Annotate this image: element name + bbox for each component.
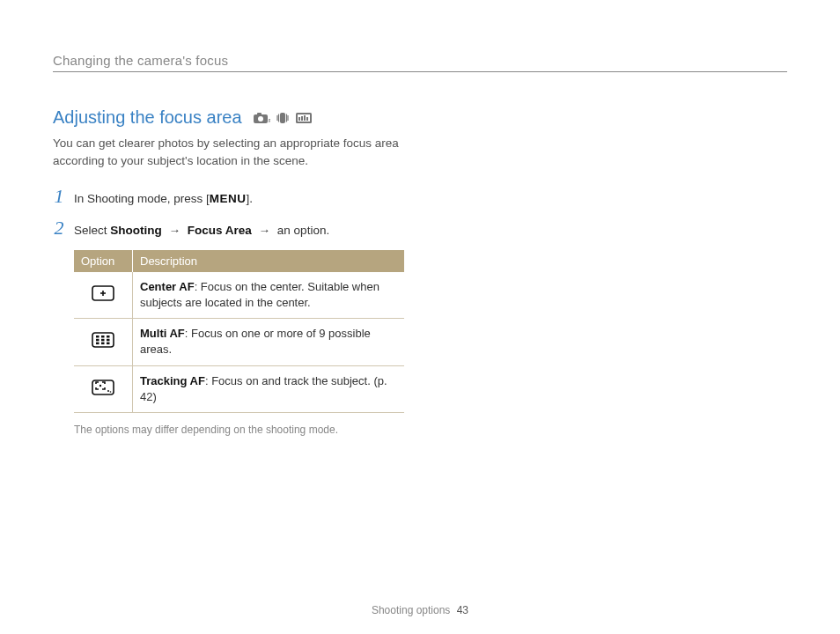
option-desc-cell: Tracking AF: Focus on and track the subj… (133, 365, 405, 412)
table-row: Tracking AF: Focus on and track the subj… (74, 365, 404, 412)
center-af-icon (91, 284, 115, 302)
dual-is-icon (276, 111, 290, 125)
step-2-number: 2 (53, 218, 65, 238)
svg-rect-17 (107, 335, 110, 338)
table-row: Center AF: Focus on the center. Suitable… (74, 272, 404, 319)
option-icon-cell (74, 365, 133, 412)
camera-p-icon: P (253, 112, 270, 124)
svg-text:P: P (269, 118, 270, 123)
svg-rect-20 (107, 339, 110, 342)
table-row: Multi AF: Focus on one or more of 9 poss… (74, 319, 404, 365)
intro-text: You can get clearer photos by selecting … (53, 135, 423, 169)
step-2-focus-area: Focus Area (188, 224, 252, 237)
multi-af-label: Multi AF (140, 327, 185, 340)
svg-rect-22 (101, 343, 105, 345)
footnote: The options may differ depending on the … (74, 424, 423, 436)
step-1-pre: In Shooting mode, press [ (74, 192, 210, 205)
breadcrumb: Changing the camera's focus (53, 53, 787, 68)
svg-rect-9 (304, 115, 306, 121)
center-af-label: Center AF (140, 280, 195, 293)
arrow-icon: → (255, 223, 275, 240)
svg-rect-8 (301, 116, 303, 121)
svg-point-27 (110, 391, 112, 393)
step-1-post: ]. (247, 192, 254, 205)
tracking-af-icon (91, 379, 115, 396)
svg-rect-21 (96, 343, 99, 345)
option-icon-cell (74, 272, 133, 319)
svg-rect-7 (298, 117, 300, 121)
step-1-text: In Shooting mode, press [MENU]. (74, 191, 253, 208)
svg-point-25 (99, 385, 101, 387)
step-1: 1 In Shooting mode, press [MENU]. (53, 187, 423, 208)
step-2-post: an option. (274, 224, 329, 237)
arrow-icon: → (166, 223, 185, 240)
th-option: Option (74, 250, 133, 272)
footer: Shooting options 43 (0, 604, 840, 616)
table-header-row: Option Description (74, 250, 404, 272)
svg-point-2 (258, 116, 263, 122)
breadcrumb-bar: Changing the camera's focus (53, 53, 787, 72)
content-column: Adjusting the focus area P (53, 107, 423, 436)
th-description: Description (133, 250, 405, 272)
svg-rect-4 (280, 113, 285, 123)
svg-rect-1 (257, 113, 262, 115)
step-2-pre: Select (74, 224, 110, 237)
option-desc-cell: Multi AF: Focus on one or more of 9 poss… (133, 319, 405, 365)
svg-point-26 (107, 390, 109, 392)
options-table-wrap: Option Description (74, 250, 423, 413)
svg-rect-18 (96, 339, 99, 342)
option-desc-cell: Center AF: Focus on the center. Suitable… (133, 272, 405, 319)
section-title-row: Adjusting the focus area P (53, 107, 423, 128)
step-2-text: Select Shooting → Focus Area → an option… (74, 223, 329, 240)
scene-icon (295, 112, 313, 124)
mode-icons: P (253, 111, 313, 125)
svg-rect-10 (306, 117, 308, 121)
option-icon-cell (74, 319, 133, 365)
multi-af-icon (91, 331, 115, 349)
step-1-number: 1 (53, 187, 65, 206)
page-number: 43 (457, 604, 468, 616)
options-table: Option Description (74, 250, 404, 413)
menu-key: MENU (210, 192, 247, 205)
step-2: 2 Select Shooting → Focus Area → an opti… (53, 218, 423, 240)
step-2-shooting: Shooting (110, 224, 161, 237)
page: Changing the camera's focus Adjusting th… (0, 0, 840, 634)
tracking-af-label: Tracking AF (140, 374, 205, 387)
svg-rect-16 (101, 335, 105, 338)
svg-rect-23 (107, 343, 110, 345)
svg-rect-19 (101, 339, 105, 342)
svg-rect-15 (96, 335, 99, 338)
footer-section: Shooting options (372, 604, 450, 616)
section-title: Adjusting the focus area (53, 107, 242, 128)
